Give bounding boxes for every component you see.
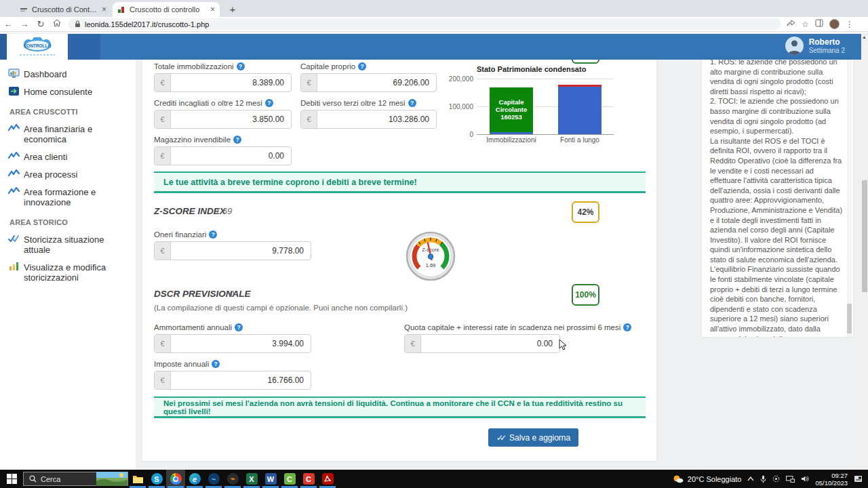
sidebar-item-area-finanziaria[interactable]: Area finanziaria e economica [8,124,127,144]
web-page: CONTROLLO Roberto Settimana 2 Dashboard [0,33,868,470]
currency-prefix: € [301,74,317,92]
tab-favicon-cruscotto [117,5,125,14]
tab-title: Cruscotto di controllo [130,5,206,14]
taskbar-app-skype[interactable]: S [147,470,166,488]
url-text: leonida.155del2017.it/cruscotto-1.php [85,20,209,28]
oneri-finanziari-field[interactable]: € 9.778.00 [154,241,311,260]
speaker-icon[interactable] [801,475,809,483]
magazzino-invendibile-field[interactable]: € 0.00 [154,146,292,165]
dscr-alert: Nei prossimi sei mesi l'azienda non avrà… [154,396,646,418]
taskbar-app-camtasia[interactable]: C [280,470,299,488]
sidebar-item-home-consulente[interactable]: Home consulente [8,87,127,97]
sidebar-item-visualizza-storicizzazioni[interactable]: Visualizza e modifica storicizzazioni [8,262,127,283]
side-panel-icon[interactable] [815,19,823,29]
tab-title: Cruscotto di Controllo || Pannell [32,5,98,14]
info-panel: 1. ROS: le aziende che possiedono un alt… [702,60,853,337]
quota-capitale-field[interactable]: € 0.00 [404,334,560,353]
help-icon[interactable]: ? [233,136,241,144]
weather-icon [673,474,684,484]
weather-widget[interactable]: 20°C Soleggiato [673,474,742,484]
sidebar: Dashboard Home consulente AREA CRUSCOTTI… [0,60,136,470]
chart-bar [558,85,601,134]
capitale-proprio-field[interactable]: € 69.206.00 [300,73,437,92]
chart-bar-segment [558,87,601,134]
imposte-annuali-field[interactable]: € 16.766.00 [154,371,311,390]
microphone-icon[interactable] [760,475,766,483]
browser-menu-icon[interactable]: ⋮ [846,20,854,29]
crediti-incagliati-field[interactable]: € 3.850.00 [154,110,292,129]
new-tab-button[interactable]: + [226,3,239,16]
sidebar-item-storicizza[interactable]: Storicizza situazione attuale [8,235,127,255]
reload-icon[interactable]: ↻ [33,19,49,29]
app-logo[interactable]: CONTROLLO [7,34,68,60]
back-icon[interactable]: ← [0,19,16,29]
main-content-card: Totale immobilizzazioni? € 8.389.00 Capi… [142,60,656,461]
info-panel-scrollbar[interactable] [847,60,852,337]
help-icon[interactable]: ? [209,230,217,239]
taskbar-app-edge[interactable]: e [185,470,204,488]
bookmark-star-icon[interactable]: ☆ [802,20,809,29]
help-icon[interactable]: ? [235,323,243,331]
chart-y-tick: 200,000 [433,75,473,83]
field-label: Crediti incagliati o oltre 12 mesi? [154,99,273,107]
sidebar-item-label: Area clienti [24,152,67,162]
field-label: Magazzino invendibile? [154,136,241,144]
share-icon[interactable] [787,19,795,29]
taskbar-app-excel[interactable]: X [242,470,261,488]
user-menu[interactable]: Roberto Settimana 2 [785,37,845,55]
tab-inactive[interactable]: Cruscotto di Controllo || Pannell × [15,2,111,17]
taskbar-app-recorder[interactable]: C [299,470,318,488]
liquidity-alert: Le tue attività a breve termine coprono … [154,171,646,193]
dashboard-icon [8,68,20,79]
help-icon[interactable]: ? [237,62,245,70]
chart-y-tick: 100,000 [433,103,473,110]
help-icon[interactable]: ? [265,99,273,107]
taskbar-app-flame[interactable]: ⌁ [223,470,242,488]
display-cast-icon[interactable] [786,476,795,483]
browser-profile-avatar[interactable] [829,19,840,29]
taskbar-clock[interactable]: 09:27 05/10/2023 [815,472,848,487]
tray-chevron-icon[interactable] [747,476,754,481]
windows-taskbar: Cerca S e ~ ⌁ [0,470,868,488]
totale-immobilizzazioni-field[interactable]: € 8.389.00 [154,73,292,92]
help-icon[interactable]: ? [623,323,631,331]
tab-close-icon[interactable]: × [102,5,106,14]
taskbar-app-chrome[interactable] [166,470,185,488]
mouse-cursor [559,339,568,351]
chart-bar: Capitale Circolante 160253 [490,87,533,134]
notification-center-icon[interactable] [854,475,863,483]
chart-bar-segment: Capitale Circolante 160253 [490,87,533,132]
sidebar-item-area-formazione[interactable]: Area formazione e innovazione [8,187,127,207]
field-label: Totale immobilizzazioni? [154,62,245,70]
sidebar-item-label: Area processi [24,169,77,180]
flame-app-icon: ⌁ [227,473,239,485]
sidebar-item-area-clienti[interactable]: Area clienti [8,152,127,162]
debiti-terzi-field[interactable]: € 103.286.00 [300,110,437,129]
help-icon[interactable]: ? [408,99,416,107]
sidebar-item-dashboard[interactable]: Dashboard [8,69,127,79]
taskbar-app-wave[interactable]: ~ [204,470,223,488]
forward-icon[interactable]: → [16,19,33,29]
page-scrollbar[interactable]: ▲ [861,33,868,470]
svg-text:CONTROLLO: CONTROLLO [23,43,51,48]
start-button[interactable] [0,474,23,484]
search-highlight-image[interactable] [96,472,127,486]
ammortamenti-annuali-field[interactable]: € 3.994.00 [154,334,311,353]
help-icon[interactable]: ? [212,360,220,368]
scrollbar-thumb[interactable] [862,180,867,292]
help-icon[interactable]: ? [358,62,366,70]
sidebar-item-area-processi[interactable]: Area processi [8,169,127,180]
home-icon[interactable] [49,19,65,29]
taskbar-app-explorer[interactable] [128,470,147,488]
tab-active[interactable]: Cruscotto di controllo × [113,2,220,17]
taskbar-app-acrobat[interactable] [318,470,337,488]
field-label: Quota capitale + interessi rate in scade… [404,323,631,331]
scroll-up-icon[interactable]: ▲ [862,35,867,39]
scrollbar-thumb[interactable] [847,304,852,333]
taskbar-search[interactable]: Cerca [23,472,128,486]
address-bar[interactable]: leonida.155del2017.it/cruscotto-1.php [68,18,781,30]
screen-record-icon[interactable] [772,475,780,483]
taskbar-app-word[interactable]: W [261,470,280,488]
tab-close-icon[interactable]: × [210,5,215,14]
save-button[interactable]: ✓✓ Salva e aggiorna [488,428,578,447]
